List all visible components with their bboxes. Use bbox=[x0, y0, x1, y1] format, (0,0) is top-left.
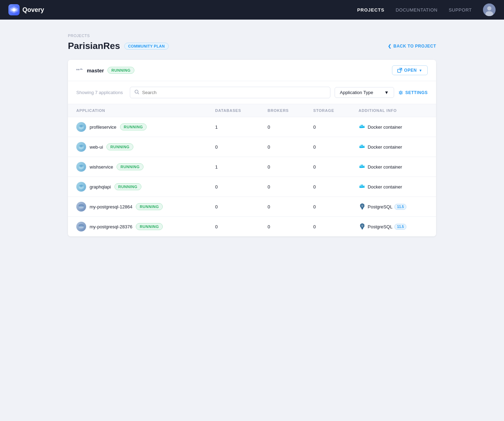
svg-rect-25 bbox=[362, 145, 363, 146]
version-badge: 11.5 bbox=[394, 204, 406, 210]
dropdown-arrow-icon: ▼ bbox=[419, 69, 422, 72]
svg-point-41 bbox=[364, 186, 364, 187]
chevron-left-icon: ❮ bbox=[388, 44, 392, 49]
svg-point-51 bbox=[79, 227, 84, 229]
app-icon bbox=[76, 162, 86, 172]
status-badge: RUNNING bbox=[117, 163, 144, 170]
svg-point-7 bbox=[76, 69, 78, 70]
docker-icon bbox=[359, 183, 366, 190]
table-row[interactable]: graphqlapiRUNNING000 Docker container bbox=[68, 177, 436, 197]
databases-cell: 1 bbox=[210, 157, 262, 177]
status-badge: RUNNING bbox=[136, 203, 163, 210]
storage-cell: 0 bbox=[308, 217, 353, 237]
brand: Qovery bbox=[8, 4, 44, 15]
table-row[interactable]: my-postgresql-28376RUNNING000 PostgreSQL… bbox=[68, 217, 436, 237]
signal-icon bbox=[76, 67, 83, 74]
search-icon bbox=[134, 90, 139, 95]
docker-label: Docker container bbox=[368, 184, 402, 190]
postgres-label: PostgreSQL bbox=[368, 204, 393, 209]
nav-support[interactable]: SUPPORT bbox=[449, 7, 472, 13]
svg-rect-36 bbox=[360, 186, 362, 187]
additional-info-cell: PostgreSQL11.5 bbox=[353, 217, 436, 237]
open-button[interactable]: OPEN ▼ bbox=[392, 65, 428, 75]
showing-count-text: Showing 7 applications bbox=[76, 90, 123, 95]
status-badge: RUNNING bbox=[114, 183, 141, 190]
toolbar: Showing 7 applications Application Type … bbox=[68, 81, 436, 104]
databases-cell: 0 bbox=[210, 177, 262, 197]
plan-badge: COMMUNITY PLAN bbox=[124, 43, 169, 50]
storage-cell: 0 bbox=[308, 157, 353, 177]
docker-label: Docker container bbox=[368, 124, 402, 130]
col-additional-info: ADDITIONAL INFO bbox=[353, 104, 436, 117]
back-button-label: BACK TO PROJECT bbox=[393, 44, 436, 49]
svg-line-12 bbox=[138, 93, 139, 94]
storage-cell: 0 bbox=[308, 117, 353, 137]
app-name: profileservice bbox=[90, 124, 117, 130]
svg-point-5 bbox=[487, 6, 491, 10]
svg-point-20 bbox=[364, 126, 364, 127]
brokers-cell: 0 bbox=[262, 217, 308, 237]
svg-point-11 bbox=[135, 90, 138, 93]
postgresql-icon bbox=[359, 223, 366, 230]
status-badge: RUNNING bbox=[106, 143, 133, 150]
navbar: Qovery PROJECTS DOCUMENTATION SUPPORT bbox=[0, 0, 504, 20]
table-row[interactable]: my-postgresql-12864RUNNING000 PostgreSQL… bbox=[68, 197, 436, 217]
docker-icon bbox=[359, 143, 366, 150]
app-icon bbox=[76, 182, 86, 192]
breadcrumb: PROJECTS bbox=[68, 34, 436, 38]
app-name: web-ui bbox=[90, 144, 103, 150]
brokers-cell: 0 bbox=[262, 157, 308, 177]
table-row[interactable]: wishserviceRUNNING100 Docker container bbox=[68, 157, 436, 177]
brand-logo-icon bbox=[8, 4, 20, 15]
status-badge: RUNNING bbox=[136, 223, 163, 230]
application-type-dropdown[interactable]: Application Type ▼ bbox=[335, 87, 394, 98]
svg-rect-35 bbox=[359, 186, 360, 187]
col-storage: STORAGE bbox=[308, 104, 353, 117]
navbar-links: PROJECTS DOCUMENTATION SUPPORT bbox=[357, 7, 472, 13]
svg-point-8 bbox=[78, 69, 79, 70]
brokers-cell: 0 bbox=[262, 197, 308, 217]
additional-info-cell: Docker container bbox=[353, 137, 436, 157]
additional-info-cell: Docker container bbox=[353, 157, 436, 177]
brokers-cell: 0 bbox=[262, 177, 308, 197]
svg-rect-18 bbox=[362, 125, 363, 126]
svg-rect-24 bbox=[360, 145, 362, 146]
svg-rect-17 bbox=[360, 125, 362, 126]
app-name-cell: graphqlapiRUNNING bbox=[68, 177, 210, 197]
back-to-project-button[interactable]: ❮ BACK TO PROJECT bbox=[388, 44, 436, 49]
environment-card: master RUNNING OPEN ▼ Showing 7 applicat… bbox=[68, 60, 436, 236]
svg-rect-21 bbox=[359, 146, 360, 147]
env-name: master bbox=[87, 67, 104, 73]
additional-info-cell: Docker container bbox=[353, 117, 436, 137]
search-input[interactable] bbox=[142, 90, 326, 95]
app-name-cell: my-postgresql-28376RUNNING bbox=[68, 217, 210, 237]
table-row[interactable]: web-uiRUNNING000 Docker container bbox=[68, 137, 436, 157]
status-badge: RUNNING bbox=[120, 123, 147, 130]
table-body: profileserviceRUNNING100 Docker containe… bbox=[68, 117, 436, 237]
table-row[interactable]: profileserviceRUNNING100 Docker containe… bbox=[68, 117, 436, 137]
gear-icon bbox=[398, 90, 403, 95]
version-badge: 11.5 bbox=[394, 224, 406, 230]
nav-projects[interactable]: PROJECTS bbox=[357, 7, 384, 13]
settings-button[interactable]: SETTINGS bbox=[398, 90, 428, 95]
databases-cell: 0 bbox=[210, 217, 262, 237]
svg-point-44 bbox=[79, 207, 84, 209]
col-brokers: BROKERS bbox=[262, 104, 308, 117]
databases-cell: 0 bbox=[210, 137, 262, 157]
docker-icon bbox=[359, 123, 366, 130]
svg-rect-15 bbox=[360, 126, 362, 127]
avatar[interactable] bbox=[483, 3, 496, 16]
external-link-icon bbox=[397, 68, 402, 73]
dropdown-chevron-icon: ▼ bbox=[384, 90, 389, 95]
svg-rect-37 bbox=[362, 186, 363, 187]
app-name: my-postgresql-28376 bbox=[90, 224, 132, 229]
storage-cell: 0 bbox=[308, 177, 353, 197]
brokers-cell: 0 bbox=[262, 137, 308, 157]
svg-point-13 bbox=[400, 92, 401, 93]
nav-documentation[interactable]: DOCUMENTATION bbox=[396, 7, 437, 13]
db-icon bbox=[76, 222, 86, 231]
svg-rect-29 bbox=[360, 166, 362, 167]
svg-rect-30 bbox=[362, 166, 363, 167]
svg-point-27 bbox=[364, 146, 364, 147]
svg-rect-39 bbox=[362, 185, 363, 186]
